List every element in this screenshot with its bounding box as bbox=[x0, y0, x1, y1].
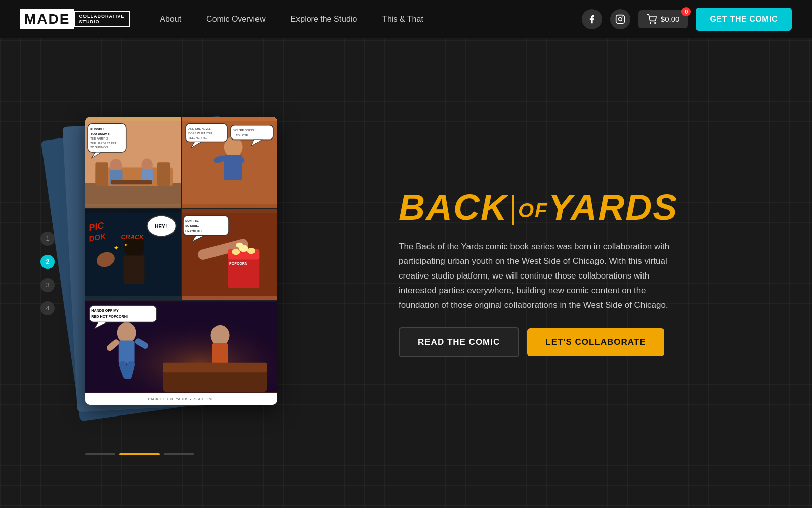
panel-1: RUSSELL, YOU DUMMY! THE FAIRY IS THE HAR… bbox=[85, 117, 181, 208]
svg-text:HEY!: HEY! bbox=[155, 224, 167, 229]
slide-dot-3[interactable]: 3 bbox=[40, 278, 55, 292]
svg-rect-8 bbox=[95, 162, 108, 186]
nav-link-comic-overview[interactable]: Comic Overview bbox=[206, 15, 265, 24]
svg-rect-77 bbox=[163, 369, 267, 392]
svg-rect-73 bbox=[89, 306, 157, 322]
svg-text:✦: ✦ bbox=[113, 244, 119, 252]
svg-text:TO SUMMON: TO SUMMON bbox=[90, 145, 108, 148]
svg-rect-0 bbox=[616, 15, 625, 23]
svg-point-53 bbox=[247, 248, 255, 254]
svg-rect-6 bbox=[85, 183, 181, 204]
svg-point-51 bbox=[232, 249, 240, 255]
svg-rect-64 bbox=[119, 340, 135, 363]
get-comic-button[interactable]: GET THE COMIC bbox=[696, 8, 792, 31]
svg-point-4 bbox=[655, 22, 656, 23]
cart-amount: $0.00 bbox=[661, 15, 680, 23]
logo-collab: COLLABORATIVE STUDIO bbox=[74, 11, 130, 28]
svg-text:YOU'RE GOING: YOU'RE GOING bbox=[233, 129, 254, 132]
title-back: BACK bbox=[399, 187, 508, 227]
content-area: BACKOFYARDS The Back of the Yards comic … bbox=[399, 189, 702, 357]
slide-indicators: 1 2 3 4 bbox=[40, 232, 55, 315]
nav-link-explore-studio[interactable]: Explore the Studio bbox=[291, 15, 357, 24]
progress-seg-3[interactable] bbox=[164, 453, 194, 455]
comic-title: BACKOFYARDS bbox=[399, 189, 702, 225]
panel-5: HANDS OFF MY RED HOT POPCORN! bbox=[85, 301, 277, 393]
facebook-icon[interactable] bbox=[582, 9, 602, 29]
svg-text:TO LOSE.: TO LOSE. bbox=[236, 134, 249, 137]
progress-seg-2[interactable] bbox=[119, 453, 160, 455]
svg-text:CRACK: CRACK bbox=[121, 234, 144, 241]
svg-point-69 bbox=[211, 325, 230, 346]
panel-2: AND SHE NEVER DOES WHAT YOU TELL HER TO.… bbox=[182, 117, 277, 208]
svg-text:POPCORN: POPCORN bbox=[229, 262, 247, 266]
title-yards: YARDS bbox=[548, 187, 678, 227]
nav-links: About Comic Overview Explore the Studio … bbox=[160, 15, 582, 24]
svg-rect-78 bbox=[163, 362, 267, 372]
svg-text:SO SURE,: SO SURE, bbox=[185, 224, 199, 227]
svg-text:RUSSELL,: RUSSELL, bbox=[90, 127, 106, 130]
slide-dot-2[interactable]: 2 bbox=[40, 255, 55, 269]
comic-footer: BACK OF THE YARDS • ISSUE ONE bbox=[85, 393, 277, 405]
svg-point-3 bbox=[650, 22, 651, 23]
svg-text:HANDS OFF MY: HANDS OFF MY bbox=[91, 309, 119, 313]
svg-point-1 bbox=[619, 17, 622, 21]
comic-title-block: BACKOFYARDS bbox=[399, 189, 702, 225]
cart-badge: 0 bbox=[681, 7, 691, 16]
svg-rect-32 bbox=[231, 125, 273, 140]
svg-rect-14 bbox=[111, 180, 152, 184]
comic-description: The Back of the Yards comic book series … bbox=[399, 240, 682, 312]
nav-link-about[interactable]: About bbox=[160, 15, 181, 24]
svg-rect-9 bbox=[157, 162, 170, 186]
logo[interactable]: MADE COLLABORATIVE STUDIO bbox=[20, 9, 130, 29]
panel-4: POPCORN DON'T BE SO SURE, DRAYMOND. bbox=[182, 209, 277, 300]
progress-bar bbox=[85, 453, 194, 455]
svg-text:DRAYMOND.: DRAYMOND. bbox=[185, 230, 203, 233]
slide-dot-1[interactable]: 1 bbox=[40, 232, 55, 246]
instagram-icon[interactable] bbox=[610, 9, 630, 29]
read-comic-button[interactable]: READ THE COMIC bbox=[399, 327, 519, 357]
svg-text:TELL HER TO.: TELL HER TO. bbox=[188, 136, 207, 140]
svg-text:YOU DUMMY!: YOU DUMMY! bbox=[90, 132, 110, 135]
logo-made: MADE bbox=[20, 9, 74, 29]
svg-text:✦: ✦ bbox=[124, 242, 128, 248]
svg-rect-38 bbox=[124, 256, 145, 284]
cart-button[interactable]: 0 $0.00 bbox=[638, 10, 688, 28]
comic-display: RUSSELL, YOU DUMMY! THE FAIRY IS THE HAR… bbox=[75, 117, 338, 430]
navbar: MADE COLLABORATIVE STUDIO About Comic Ov… bbox=[0, 0, 812, 38]
svg-text:DOES WHAT YOU: DOES WHAT YOU bbox=[188, 132, 212, 135]
main-content: 1 2 3 4 bbox=[0, 38, 812, 508]
nav-right: 0 $0.00 GET THE COMIC bbox=[582, 8, 792, 31]
panel-3: PIC DOK CRACK HEY! ✦ ✦ bbox=[85, 209, 181, 300]
svg-text:THE HARDEST PET: THE HARDEST PET bbox=[90, 141, 117, 144]
nav-link-this-and-that[interactable]: This & That bbox=[382, 15, 423, 24]
btn-row: READ THE COMIC LET'S COLLABORATE bbox=[399, 327, 702, 357]
svg-text:DON'T BE: DON'T BE bbox=[185, 219, 199, 222]
svg-point-63 bbox=[117, 322, 136, 343]
comic-footer-text: BACK OF THE YARDS • ISSUE ONE bbox=[148, 397, 215, 401]
svg-text:RED HOT POPCORN!: RED HOT POPCORN! bbox=[91, 315, 128, 319]
svg-point-2 bbox=[622, 16, 623, 17]
slide-dot-4[interactable]: 4 bbox=[40, 301, 55, 315]
comic-panels: RUSSELL, YOU DUMMY! THE FAIRY IS THE HAR… bbox=[85, 117, 277, 393]
svg-text:THE FAIRY IS: THE FAIRY IS bbox=[90, 137, 108, 140]
comic-page-main: RUSSELL, YOU DUMMY! THE FAIRY IS THE HAR… bbox=[85, 117, 277, 405]
title-of: OF bbox=[518, 199, 548, 221]
progress-seg-1[interactable] bbox=[85, 453, 115, 455]
lets-collaborate-button[interactable]: LET'S COLLABORATE bbox=[527, 328, 664, 356]
svg-point-54 bbox=[236, 243, 243, 248]
cart-icon bbox=[647, 14, 657, 24]
title-divider bbox=[512, 195, 514, 225]
svg-text:AND SHE NEVER: AND SHE NEVER bbox=[188, 127, 211, 130]
